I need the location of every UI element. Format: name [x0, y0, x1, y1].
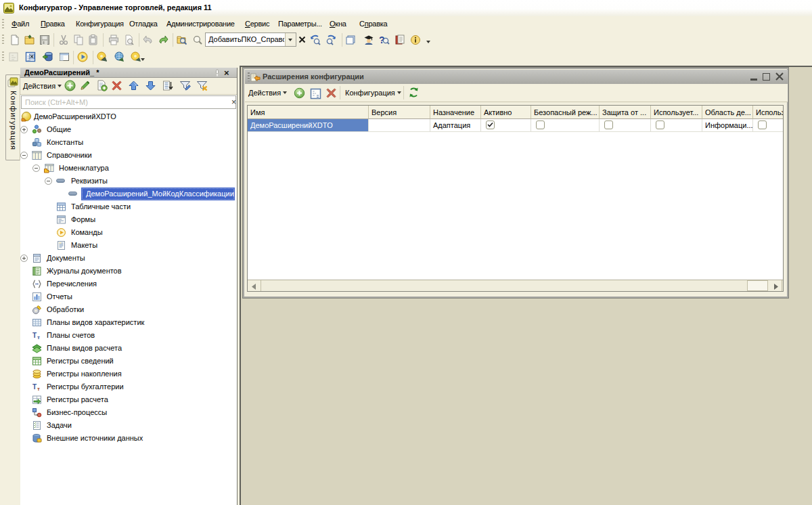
svg-text:T: T: [32, 383, 37, 391]
svg-text:т: т: [37, 334, 40, 341]
svg-text:т: т: [37, 386, 40, 392]
svg-text:T: T: [32, 332, 37, 339]
